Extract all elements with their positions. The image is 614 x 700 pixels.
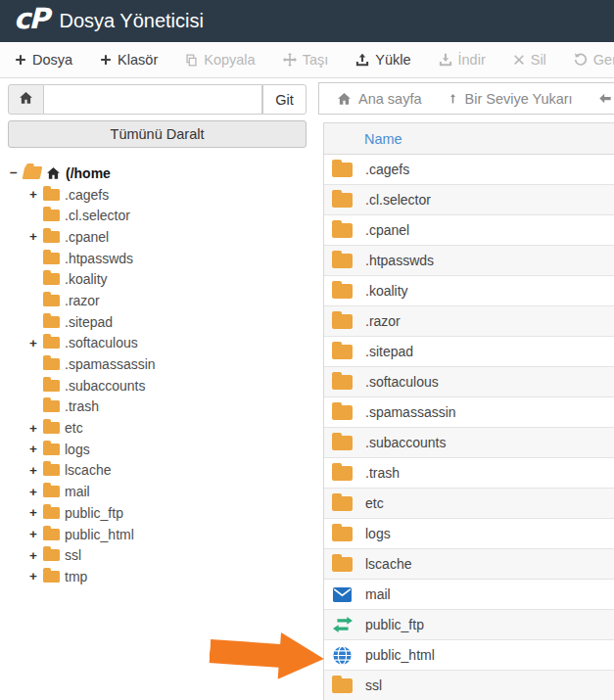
file-name-label: .koality xyxy=(365,283,408,299)
file-row[interactable]: logs xyxy=(324,519,614,549)
file-row[interactable]: public_ftp xyxy=(324,610,614,640)
expand-toggle-icon[interactable]: + xyxy=(29,336,43,350)
tree-item[interactable]: .spamassassin xyxy=(8,353,316,375)
tree-item[interactable]: +.cpanel xyxy=(8,226,316,248)
file-name-label: .cagefs xyxy=(365,162,409,177)
toolbar-button-delete[interactable]: Sil xyxy=(499,42,560,77)
home-path-button[interactable] xyxy=(8,84,44,115)
file-row[interactable]: .sitepad xyxy=(324,337,614,367)
toolbar-button-upload[interactable]: Yükle xyxy=(342,42,424,77)
expand-toggle-icon[interactable]: + xyxy=(29,505,43,520)
toolbar-button-copy[interactable]: Kopyala xyxy=(171,42,268,77)
name-column-header[interactable]: Name xyxy=(324,123,614,155)
toolbar-button-new-folder[interactable]: Klasör xyxy=(86,42,171,77)
tree-item-label[interactable]: tmp xyxy=(65,569,87,584)
tree-item-root[interactable]: −(/home xyxy=(8,163,316,184)
expand-toggle-icon[interactable]: + xyxy=(29,463,43,478)
tree-item[interactable]: +logs xyxy=(8,439,316,460)
tree-item[interactable]: +tmp xyxy=(8,566,316,587)
tree-item-label[interactable]: ssl xyxy=(65,547,81,563)
tree-item-label[interactable]: lscache xyxy=(65,462,111,478)
file-row[interactable]: .softaculous xyxy=(324,367,614,397)
file-row[interactable]: etc xyxy=(324,489,614,519)
file-row[interactable]: .subaccounts xyxy=(324,428,614,458)
tree-item[interactable]: +lscache xyxy=(8,460,316,482)
file-row[interactable]: .koality xyxy=(324,276,614,306)
expand-toggle-icon[interactable]: + xyxy=(29,187,43,202)
go-button[interactable]: Git xyxy=(262,84,307,115)
tree-item[interactable]: .koality xyxy=(8,268,316,290)
tree-item-label[interactable]: .trash xyxy=(65,398,99,414)
tree-item[interactable]: +.softaculous xyxy=(8,333,316,354)
expand-toggle-icon[interactable]: + xyxy=(29,442,43,456)
tree-item-label[interactable]: .subaccounts xyxy=(65,378,146,394)
tree-item-label[interactable]: .cl.selector xyxy=(65,208,130,223)
expand-toggle-icon[interactable]: + xyxy=(29,485,43,499)
tree-item-label[interactable]: .sitepad xyxy=(65,314,113,330)
file-name-label: .cl.selector xyxy=(365,192,431,208)
tree-item-label[interactable]: .koality xyxy=(65,271,108,287)
toolbar-button-new-file[interactable]: Dosya xyxy=(1,42,86,77)
file-row[interactable]: lscache xyxy=(324,549,614,580)
tree-item-label[interactable]: etc xyxy=(65,420,83,436)
file-row[interactable]: .cagefs xyxy=(324,155,614,185)
toolbar-button-move[interactable]: Taşı xyxy=(269,42,343,77)
tree-item-label[interactable]: public_html xyxy=(65,527,134,542)
file-name-label: mail xyxy=(365,586,391,602)
path-input[interactable] xyxy=(44,84,262,115)
tree-item-label[interactable]: .razor xyxy=(65,293,100,308)
file-name-label: .htpasswds xyxy=(365,253,434,268)
delete-x-icon xyxy=(513,54,525,66)
toolbar-button-download[interactable]: İndir xyxy=(425,42,499,77)
tree-item[interactable]: .razor xyxy=(8,290,316,311)
expand-toggle-icon[interactable]: + xyxy=(29,569,43,583)
tree-item[interactable]: .sitepad xyxy=(8,311,316,333)
folder-icon xyxy=(43,443,60,455)
expand-toggle-icon[interactable]: + xyxy=(29,421,43,436)
tree-item-label[interactable]: public_ftp xyxy=(65,505,123,521)
tree-item[interactable]: +public_html xyxy=(8,524,316,545)
tree-item-label[interactable]: logs xyxy=(65,442,90,457)
nav-back[interactable]: Geri xyxy=(598,91,614,107)
expand-toggle-icon[interactable]: + xyxy=(29,229,43,244)
expand-toggle-icon[interactable]: + xyxy=(29,527,43,541)
tree-item[interactable]: +public_ftp xyxy=(8,502,316,524)
tree-item-label[interactable]: mail xyxy=(65,484,90,499)
nav-home[interactable]: Ana sayfa xyxy=(337,91,422,107)
file-row[interactable]: mail xyxy=(324,580,614,610)
tree-item-label[interactable]: .cagefs xyxy=(65,187,109,203)
file-row[interactable]: .cl.selector xyxy=(324,185,614,215)
tree-item[interactable]: +.cagefs xyxy=(8,184,316,206)
folder-icon xyxy=(43,273,60,285)
collapse-all-button[interactable]: Tümünü Daralt xyxy=(8,120,307,148)
arrow-left-icon xyxy=(598,92,612,105)
file-row[interactable]: .htpasswds xyxy=(324,246,614,276)
file-row[interactable]: .spamassassin xyxy=(324,397,614,428)
file-row[interactable]: .trash xyxy=(324,458,614,489)
toolbar-button-restore[interactable]: Geri Yükle xyxy=(560,42,614,77)
tree-item-label[interactable]: .cpanel xyxy=(65,229,109,245)
tree-item[interactable]: .subaccounts xyxy=(8,375,316,397)
tree-item[interactable]: .htpasswds xyxy=(8,248,316,269)
tree-item-label[interactable]: (/home xyxy=(66,165,111,181)
tree-item[interactable]: .cl.selector xyxy=(8,205,316,226)
folder-icon xyxy=(331,161,354,178)
tree-item[interactable]: .trash xyxy=(8,397,316,418)
file-row[interactable]: .razor xyxy=(324,306,614,337)
file-row[interactable]: .cpanel xyxy=(324,215,614,246)
tree-item[interactable]: +etc xyxy=(8,417,316,439)
nav-up-one-level[interactable]: Bir Seviye Yukarı xyxy=(448,91,573,107)
file-row[interactable]: ssl xyxy=(324,671,614,700)
tree-item-label[interactable]: .spamassassin xyxy=(65,356,156,372)
file-row[interactable]: public_html xyxy=(324,640,614,671)
download-icon xyxy=(439,53,452,67)
tree-item[interactable]: +mail xyxy=(8,481,316,502)
toolbar-button-label: Geri Yükle xyxy=(593,52,614,68)
file-table: Name .cagefs.cl.selector.cpanel.htpasswd… xyxy=(323,122,614,700)
folder-icon xyxy=(43,400,60,412)
tree-item-label[interactable]: .softaculous xyxy=(65,335,138,350)
folder-icon xyxy=(331,252,354,269)
tree-item[interactable]: +ssl xyxy=(8,544,316,566)
expand-toggle-icon[interactable]: + xyxy=(29,548,43,563)
tree-item-label[interactable]: .htpasswds xyxy=(65,251,133,266)
